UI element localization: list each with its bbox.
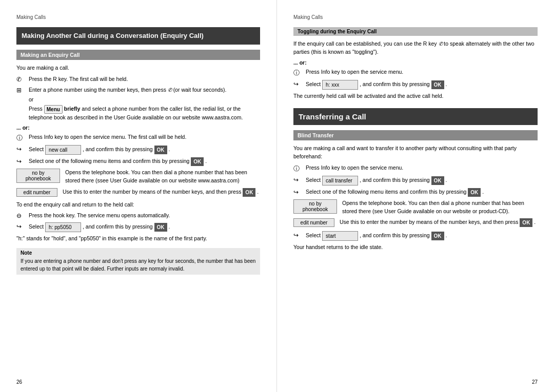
hold-pp5050-box: h: pp5050 bbox=[45, 222, 81, 232]
arrow-right-icon: ↪ bbox=[16, 146, 27, 153]
ok-button-end2: OK bbox=[154, 223, 167, 232]
blind-table-desc-2: Use this to enter the number by means of… bbox=[340, 218, 538, 227]
step-1-text: Press the R key. The first call will be … bbox=[29, 75, 260, 84]
blind-step-3: ↪ Select one of the following menu items… bbox=[293, 188, 538, 197]
arrow-right-icon-7: ↪ bbox=[293, 232, 304, 239]
step-3-text: Press Menu briefly and select a phone nu… bbox=[29, 105, 260, 122]
step-6: ↪ Select one of the following menu items… bbox=[16, 157, 260, 166]
menu-table: no by phonebook Opens the telephone book… bbox=[16, 169, 260, 197]
table-row-2: edit number Use this to enter the number… bbox=[16, 188, 260, 197]
arrow-right-icon-4: ↪ bbox=[293, 80, 304, 88]
toggle-end-para: The currently held call will be activate… bbox=[293, 92, 538, 100]
left-header: Making Calls bbox=[16, 14, 260, 20]
right-page: Making Calls Toggling during the Enquiry… bbox=[277, 0, 554, 392]
blind-step-4: ↪ Select start , and confirm this by pre… bbox=[293, 231, 538, 241]
step-6-text: Select one of the following menu items a… bbox=[29, 157, 260, 166]
end-step-1-text: Press the hook key. The service menu ope… bbox=[29, 212, 260, 220]
note-text: If you are entering a phone number and d… bbox=[21, 257, 256, 273]
step-2-text: Enter a phone number using the number ke… bbox=[29, 86, 260, 94]
table-desc-2: Use this to enter the number by means of… bbox=[63, 188, 260, 197]
end-note: "h:" stands for "hold", and "pp5050" in … bbox=[16, 235, 260, 243]
ok-button-6: OK bbox=[191, 157, 204, 166]
blind-step-1: ⓘ Press Info key to open the service men… bbox=[293, 164, 538, 173]
phone-icon: ✆ bbox=[16, 76, 27, 83]
r-key-icon: ✆ bbox=[168, 87, 173, 93]
new-call-box: new call bbox=[45, 145, 81, 155]
step-5: ↪ Select new call , and confirm this by … bbox=[16, 145, 260, 155]
toggle-title: Toggling during the Enquiry Call bbox=[293, 27, 538, 36]
ellipsis-or: ... or: bbox=[16, 125, 260, 131]
arrow-right-icon-6: ↪ bbox=[293, 189, 304, 196]
table-desc-1: Opens the telephone book. You can then d… bbox=[65, 169, 260, 185]
step-2: ⊞ Enter a phone number using the number … bbox=[16, 86, 260, 94]
blind-table-row-2: edit number Use this to enter the number… bbox=[293, 218, 538, 227]
ok-button-b-s2: OK bbox=[431, 176, 444, 185]
hxxx-box: h: xxx bbox=[322, 80, 358, 90]
note-section: Note If you are entering a phone number … bbox=[16, 248, 260, 275]
step-4: ⓘ Press Info key to open the service men… bbox=[16, 133, 260, 142]
page-number-left: 26 bbox=[16, 379, 22, 385]
call-transfer-box: call transfer bbox=[322, 176, 358, 185]
circle-i-icon-3: ⓘ bbox=[293, 164, 304, 173]
blind-para1: You are making a call and want to transf… bbox=[293, 145, 538, 161]
transferring-title: Transferring a Call bbox=[293, 108, 538, 125]
ok-button-b-s3: OK bbox=[468, 188, 481, 197]
blind-table: no by phonebook Opens the telephone book… bbox=[293, 199, 538, 228]
toggle-step-1: ⓘ Press Info key to open the service men… bbox=[293, 68, 538, 77]
indent-space bbox=[16, 106, 27, 113]
blind-table-key-2: edit number bbox=[293, 218, 334, 227]
step-5-text: Select new call , and confirm this by pr… bbox=[29, 145, 260, 155]
ok-button-t2: OK bbox=[243, 188, 255, 197]
blind-table-key-1: no by phonebook bbox=[293, 199, 337, 214]
minus-circle-icon: ⊖ bbox=[16, 212, 27, 219]
ok-button-bt2: OK bbox=[520, 218, 532, 227]
blind-table-desc-1: Opens the telephone book. You can then d… bbox=[342, 199, 538, 216]
note-title: Note bbox=[21, 250, 256, 256]
blind-transfer-title: Blind Transfer bbox=[293, 130, 538, 140]
blind-step-4-text: Select start , and confirm this by press… bbox=[306, 231, 538, 241]
arrow-right-icon-5: ↪ bbox=[293, 176, 304, 183]
blind-table-row-1: no by phonebook Opens the telephone book… bbox=[293, 199, 538, 216]
sub-section-title: Making an Enquiry Call bbox=[16, 50, 260, 60]
toggle-step-2: ↪ Select h: xxx , and confirm this by pr… bbox=[293, 80, 538, 90]
arrow-right-icon-3: ↪ bbox=[16, 223, 27, 230]
toggle-para1: If the enquiry call can be established, … bbox=[293, 40, 538, 56]
table-key-2: edit number bbox=[16, 188, 57, 197]
ok-button-b-s4: OK bbox=[431, 232, 444, 240]
end-step-1: ⊖ Press the hook key. The service menu o… bbox=[16, 212, 260, 220]
blind-step-1-text: Press Info key to open the service menu. bbox=[306, 164, 538, 172]
step-1: ✆ Press the R key. The first call will b… bbox=[16, 75, 260, 84]
arrow-right-icon-2: ↪ bbox=[16, 158, 27, 165]
end-step-2-text: Select h: pp5050 , and confirm this by p… bbox=[29, 222, 260, 232]
table-row-1: no by phonebook Opens the telephone book… bbox=[16, 169, 260, 185]
ok-button-t-s2: OK bbox=[431, 80, 444, 89]
menu-key: Menu bbox=[44, 105, 63, 114]
blind-step-3-text: Select one of the following menu items a… bbox=[306, 188, 538, 197]
or-text: or bbox=[29, 96, 260, 102]
right-header: Making Calls bbox=[293, 14, 538, 20]
step-4-text: Press Info key to open the service menu.… bbox=[29, 133, 260, 141]
toggle-step-2-text: Select h: xxx , and confirm this by pres… bbox=[306, 80, 538, 90]
ok-button-5: OK bbox=[154, 146, 167, 154]
grid-icon: ⊞ bbox=[16, 87, 27, 94]
ellipsis-or-right: ... or: bbox=[293, 59, 538, 66]
main-title: Making Another Call during a Conversatio… bbox=[16, 27, 260, 45]
circle-i-icon: ⓘ bbox=[16, 134, 27, 142]
blind-end-para: Your handset returns to the idle state. bbox=[293, 243, 538, 252]
toggle-step-1-text: Press Info key to open the service menu. bbox=[306, 68, 538, 76]
r-key-right: ✆ bbox=[439, 41, 444, 47]
step-3: Press Menu briefly and select a phone nu… bbox=[16, 105, 260, 122]
left-page: Making Calls Making Another Call during … bbox=[0, 0, 277, 392]
start-box: start bbox=[322, 231, 358, 241]
blind-step-2-text: Select call transfer , and confirm this … bbox=[306, 176, 538, 185]
circle-i-icon-2: ⓘ bbox=[293, 69, 304, 77]
end-step-2: ↪ Select h: pp5050 , and confirm this by… bbox=[16, 222, 260, 232]
blind-step-2: ↪ Select call transfer , and confirm thi… bbox=[293, 176, 538, 185]
end-para: To end the enquiry call and return to th… bbox=[16, 201, 260, 209]
table-key-1: no by phonebook bbox=[16, 169, 60, 183]
page-number-right: 27 bbox=[532, 379, 538, 385]
para1: You are making a call. bbox=[16, 64, 260, 72]
